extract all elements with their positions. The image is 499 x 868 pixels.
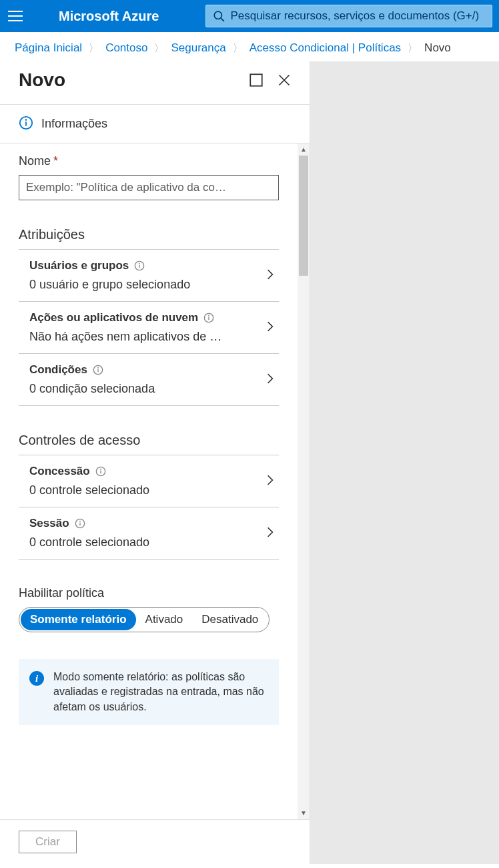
chevron-right-icon (264, 526, 279, 540)
info-icon (19, 116, 33, 132)
form-scroll-area: Nome * Atribuições Usuários e grupos (0, 144, 298, 819)
item-subtext: 0 usuário e grupo selecionado (29, 278, 258, 292)
blade-header: Novo (0, 61, 310, 104)
chevron-right-icon (264, 373, 279, 387)
info-icon: i (29, 671, 44, 686)
chevron-right-icon: 〉 (233, 42, 243, 55)
search-input[interactable] (230, 9, 485, 23)
info-icon[interactable] (93, 365, 103, 375)
close-icon[interactable] (278, 73, 291, 87)
svg-rect-2 (250, 74, 262, 86)
chevron-right-icon (264, 268, 279, 282)
item-subtext: Não há ações nem aplicativos de … (29, 330, 258, 344)
name-input[interactable] (19, 175, 279, 200)
create-button[interactable]: Criar (19, 831, 77, 853)
scroll-thumb[interactable] (299, 156, 308, 276)
item-subtext: 0 controle selecionado (29, 483, 258, 497)
svg-point-0 (215, 11, 222, 19)
item-conditions[interactable]: Condições 0 condição selecionada (19, 354, 279, 406)
breadcrumb-conditional-access[interactable]: Acesso Condicional | Políticas (250, 41, 401, 55)
hamburger-menu-icon[interactable] (7, 7, 25, 25)
chevron-right-icon: 〉 (408, 42, 418, 55)
maximize-icon[interactable] (250, 73, 263, 87)
item-grant[interactable]: Concessão 0 controle selecionado (19, 455, 279, 507)
item-cloud-apps[interactable]: Ações ou aplicativos de nuvem Não há açõ… (19, 302, 279, 354)
top-bar: Microsoft Azure (0, 0, 499, 32)
info-icon[interactable] (95, 466, 106, 477)
scroll-up-arrow-icon[interactable]: ▲ (298, 144, 310, 156)
breadcrumb-contoso[interactable]: Contoso (105, 41, 147, 55)
toggle-disabled[interactable]: Desativado (192, 609, 268, 630)
item-title-label: Concessão (29, 465, 90, 478)
page-title: Novo (19, 69, 65, 91)
svg-point-10 (139, 263, 140, 264)
chevron-right-icon: 〉 (154, 42, 164, 55)
info-icon[interactable] (134, 260, 145, 271)
svg-line-1 (221, 18, 225, 21)
svg-point-22 (79, 521, 80, 521)
enable-policy-toggle: Somente relatório Ativado Desativado (19, 607, 270, 632)
search-icon (213, 10, 225, 22)
item-subtext: 0 condição selecionada (29, 382, 258, 396)
report-only-notice: i Modo somente relatório: as políticas s… (19, 659, 279, 725)
toggle-enabled[interactable]: Ativado (136, 609, 193, 630)
blade-panel: Novo Informações Nome * (0, 61, 310, 864)
item-users-groups[interactable]: Usuários e grupos 0 usuário e grupo sele… (19, 250, 279, 302)
notice-text: Modo somente relatório: as políticas são… (53, 670, 268, 714)
info-bar: Informações (0, 104, 310, 144)
svg-point-13 (209, 315, 209, 316)
info-icon[interactable] (203, 312, 214, 323)
breadcrumb-security[interactable]: Segurança (171, 41, 225, 55)
name-label: Nome * (19, 154, 279, 168)
blade-footer: Criar (0, 819, 310, 864)
chevron-right-icon (264, 474, 279, 488)
item-title-label: Condições (29, 363, 87, 377)
svg-point-16 (98, 367, 99, 368)
scroll-down-arrow-icon[interactable]: ▼ (298, 807, 310, 819)
chevron-right-icon (264, 320, 279, 335)
svg-point-19 (100, 469, 101, 469)
item-subtext: 0 controle selecionado (29, 535, 258, 550)
chevron-right-icon: 〉 (89, 42, 99, 55)
brand-name: Microsoft Azure (59, 9, 159, 24)
item-title-label: Usuários e grupos (29, 259, 129, 272)
required-indicator: * (53, 154, 58, 168)
svg-point-7 (26, 120, 27, 120)
item-title-label: Ações ou aplicativos de nuvem (29, 311, 198, 324)
breadcrumb: Página Inicial 〉 Contoso 〉 Segurança 〉 A… (0, 32, 499, 61)
empty-area (310, 61, 499, 864)
section-access-title: Controles de acesso (19, 433, 279, 455)
enable-policy-title: Habilitar política (19, 586, 279, 600)
breadcrumb-home[interactable]: Página Inicial (15, 41, 82, 55)
toggle-report-only[interactable]: Somente relatório (21, 609, 136, 630)
item-session[interactable]: Sessão 0 controle selecionado (19, 507, 279, 560)
global-search[interactable] (205, 5, 492, 27)
section-assignments-title: Atribuições (19, 227, 279, 250)
item-title-label: Sessão (29, 517, 69, 530)
info-label: Informações (41, 117, 107, 131)
scrollbar[interactable]: ▲ ▼ (298, 144, 310, 819)
info-icon[interactable] (75, 518, 85, 529)
breadcrumb-current: Novo (424, 41, 451, 55)
